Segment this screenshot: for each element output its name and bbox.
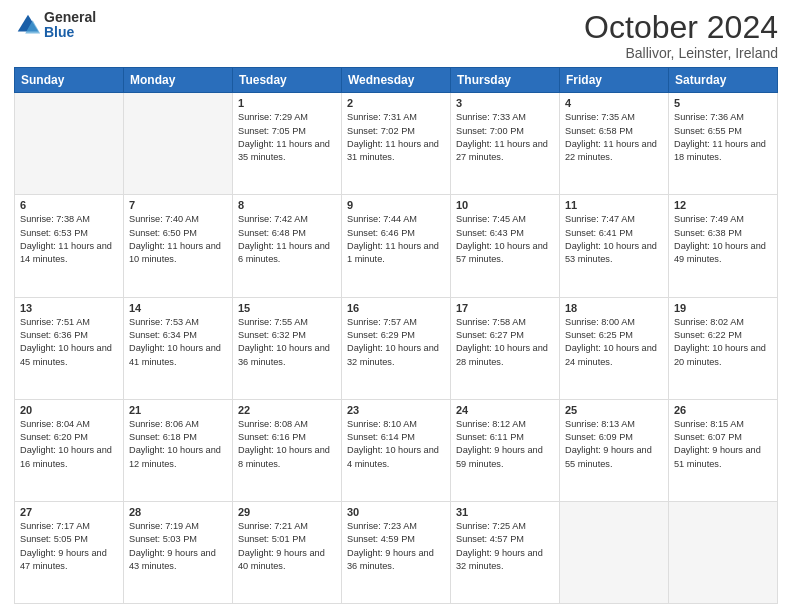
- logo-blue: Blue: [44, 25, 96, 40]
- weekday-header: Thursday: [451, 68, 560, 93]
- day-number: 27: [20, 506, 118, 518]
- calendar-cell: 26Sunrise: 8:15 AMSunset: 6:07 PMDayligh…: [669, 399, 778, 501]
- page: General Blue October 2024 Ballivor, Lein…: [0, 0, 792, 612]
- day-info: Sunrise: 7:29 AMSunset: 7:05 PMDaylight:…: [238, 111, 336, 164]
- day-info: Sunrise: 7:40 AMSunset: 6:50 PMDaylight:…: [129, 213, 227, 266]
- day-number: 22: [238, 404, 336, 416]
- calendar-cell: [124, 93, 233, 195]
- calendar-cell: [560, 501, 669, 603]
- day-info: Sunrise: 7:23 AMSunset: 4:59 PMDaylight:…: [347, 520, 445, 573]
- weekday-header: Saturday: [669, 68, 778, 93]
- day-number: 29: [238, 506, 336, 518]
- day-number: 23: [347, 404, 445, 416]
- day-info: Sunrise: 7:36 AMSunset: 6:55 PMDaylight:…: [674, 111, 772, 164]
- calendar-week-row: 1Sunrise: 7:29 AMSunset: 7:05 PMDaylight…: [15, 93, 778, 195]
- calendar-cell: 31Sunrise: 7:25 AMSunset: 4:57 PMDayligh…: [451, 501, 560, 603]
- day-info: Sunrise: 7:42 AMSunset: 6:48 PMDaylight:…: [238, 213, 336, 266]
- calendar-cell: 21Sunrise: 8:06 AMSunset: 6:18 PMDayligh…: [124, 399, 233, 501]
- title-block: October 2024 Ballivor, Leinster, Ireland: [584, 10, 778, 61]
- calendar-cell: 1Sunrise: 7:29 AMSunset: 7:05 PMDaylight…: [233, 93, 342, 195]
- logo-text: General Blue: [44, 10, 96, 41]
- day-number: 28: [129, 506, 227, 518]
- day-number: 26: [674, 404, 772, 416]
- day-number: 21: [129, 404, 227, 416]
- header: General Blue October 2024 Ballivor, Lein…: [14, 10, 778, 61]
- calendar-cell: 25Sunrise: 8:13 AMSunset: 6:09 PMDayligh…: [560, 399, 669, 501]
- day-number: 9: [347, 199, 445, 211]
- calendar-cell: 23Sunrise: 8:10 AMSunset: 6:14 PMDayligh…: [342, 399, 451, 501]
- day-info: Sunrise: 8:02 AMSunset: 6:22 PMDaylight:…: [674, 316, 772, 369]
- day-number: 3: [456, 97, 554, 109]
- logo-icon: [14, 11, 42, 39]
- day-info: Sunrise: 7:51 AMSunset: 6:36 PMDaylight:…: [20, 316, 118, 369]
- day-info: Sunrise: 8:10 AMSunset: 6:14 PMDaylight:…: [347, 418, 445, 471]
- calendar-cell: 28Sunrise: 7:19 AMSunset: 5:03 PMDayligh…: [124, 501, 233, 603]
- day-info: Sunrise: 7:21 AMSunset: 5:01 PMDaylight:…: [238, 520, 336, 573]
- weekday-header: Wednesday: [342, 68, 451, 93]
- logo: General Blue: [14, 10, 96, 41]
- day-number: 24: [456, 404, 554, 416]
- day-number: 15: [238, 302, 336, 314]
- day-info: Sunrise: 7:44 AMSunset: 6:46 PMDaylight:…: [347, 213, 445, 266]
- calendar-cell: 27Sunrise: 7:17 AMSunset: 5:05 PMDayligh…: [15, 501, 124, 603]
- day-number: 6: [20, 199, 118, 211]
- weekday-header-row: SundayMondayTuesdayWednesdayThursdayFrid…: [15, 68, 778, 93]
- title-location: Ballivor, Leinster, Ireland: [584, 45, 778, 61]
- logo-general: General: [44, 10, 96, 25]
- calendar-cell: 7Sunrise: 7:40 AMSunset: 6:50 PMDaylight…: [124, 195, 233, 297]
- day-info: Sunrise: 7:58 AMSunset: 6:27 PMDaylight:…: [456, 316, 554, 369]
- calendar-cell: 16Sunrise: 7:57 AMSunset: 6:29 PMDayligh…: [342, 297, 451, 399]
- title-month: October 2024: [584, 10, 778, 45]
- day-info: Sunrise: 8:15 AMSunset: 6:07 PMDaylight:…: [674, 418, 772, 471]
- calendar-cell: 2Sunrise: 7:31 AMSunset: 7:02 PMDaylight…: [342, 93, 451, 195]
- day-info: Sunrise: 7:31 AMSunset: 7:02 PMDaylight:…: [347, 111, 445, 164]
- calendar-week-row: 20Sunrise: 8:04 AMSunset: 6:20 PMDayligh…: [15, 399, 778, 501]
- weekday-header: Sunday: [15, 68, 124, 93]
- day-number: 14: [129, 302, 227, 314]
- day-number: 13: [20, 302, 118, 314]
- calendar-cell: 19Sunrise: 8:02 AMSunset: 6:22 PMDayligh…: [669, 297, 778, 399]
- day-number: 11: [565, 199, 663, 211]
- day-info: Sunrise: 7:47 AMSunset: 6:41 PMDaylight:…: [565, 213, 663, 266]
- calendar-cell: 9Sunrise: 7:44 AMSunset: 6:46 PMDaylight…: [342, 195, 451, 297]
- day-info: Sunrise: 8:00 AMSunset: 6:25 PMDaylight:…: [565, 316, 663, 369]
- weekday-header: Friday: [560, 68, 669, 93]
- day-info: Sunrise: 7:35 AMSunset: 6:58 PMDaylight:…: [565, 111, 663, 164]
- calendar-week-row: 6Sunrise: 7:38 AMSunset: 6:53 PMDaylight…: [15, 195, 778, 297]
- day-info: Sunrise: 7:53 AMSunset: 6:34 PMDaylight:…: [129, 316, 227, 369]
- day-info: Sunrise: 7:38 AMSunset: 6:53 PMDaylight:…: [20, 213, 118, 266]
- calendar-cell: [669, 501, 778, 603]
- calendar-table: SundayMondayTuesdayWednesdayThursdayFrid…: [14, 67, 778, 604]
- calendar-cell: 4Sunrise: 7:35 AMSunset: 6:58 PMDaylight…: [560, 93, 669, 195]
- day-info: Sunrise: 8:06 AMSunset: 6:18 PMDaylight:…: [129, 418, 227, 471]
- day-number: 25: [565, 404, 663, 416]
- day-number: 4: [565, 97, 663, 109]
- day-number: 17: [456, 302, 554, 314]
- calendar-cell: 10Sunrise: 7:45 AMSunset: 6:43 PMDayligh…: [451, 195, 560, 297]
- calendar-cell: 20Sunrise: 8:04 AMSunset: 6:20 PMDayligh…: [15, 399, 124, 501]
- weekday-header: Tuesday: [233, 68, 342, 93]
- day-number: 18: [565, 302, 663, 314]
- calendar-week-row: 27Sunrise: 7:17 AMSunset: 5:05 PMDayligh…: [15, 501, 778, 603]
- day-number: 10: [456, 199, 554, 211]
- calendar-cell: 29Sunrise: 7:21 AMSunset: 5:01 PMDayligh…: [233, 501, 342, 603]
- calendar-cell: 12Sunrise: 7:49 AMSunset: 6:38 PMDayligh…: [669, 195, 778, 297]
- calendar-cell: 17Sunrise: 7:58 AMSunset: 6:27 PMDayligh…: [451, 297, 560, 399]
- day-info: Sunrise: 7:33 AMSunset: 7:00 PMDaylight:…: [456, 111, 554, 164]
- day-info: Sunrise: 8:12 AMSunset: 6:11 PMDaylight:…: [456, 418, 554, 471]
- calendar-cell: 3Sunrise: 7:33 AMSunset: 7:00 PMDaylight…: [451, 93, 560, 195]
- day-info: Sunrise: 7:25 AMSunset: 4:57 PMDaylight:…: [456, 520, 554, 573]
- day-info: Sunrise: 7:17 AMSunset: 5:05 PMDaylight:…: [20, 520, 118, 573]
- day-number: 8: [238, 199, 336, 211]
- day-info: Sunrise: 7:57 AMSunset: 6:29 PMDaylight:…: [347, 316, 445, 369]
- day-number: 30: [347, 506, 445, 518]
- calendar-cell: 5Sunrise: 7:36 AMSunset: 6:55 PMDaylight…: [669, 93, 778, 195]
- calendar-cell: 6Sunrise: 7:38 AMSunset: 6:53 PMDaylight…: [15, 195, 124, 297]
- day-number: 20: [20, 404, 118, 416]
- day-info: Sunrise: 8:13 AMSunset: 6:09 PMDaylight:…: [565, 418, 663, 471]
- calendar-cell: 14Sunrise: 7:53 AMSunset: 6:34 PMDayligh…: [124, 297, 233, 399]
- calendar-cell: 24Sunrise: 8:12 AMSunset: 6:11 PMDayligh…: [451, 399, 560, 501]
- day-number: 2: [347, 97, 445, 109]
- day-info: Sunrise: 8:08 AMSunset: 6:16 PMDaylight:…: [238, 418, 336, 471]
- calendar-cell: 11Sunrise: 7:47 AMSunset: 6:41 PMDayligh…: [560, 195, 669, 297]
